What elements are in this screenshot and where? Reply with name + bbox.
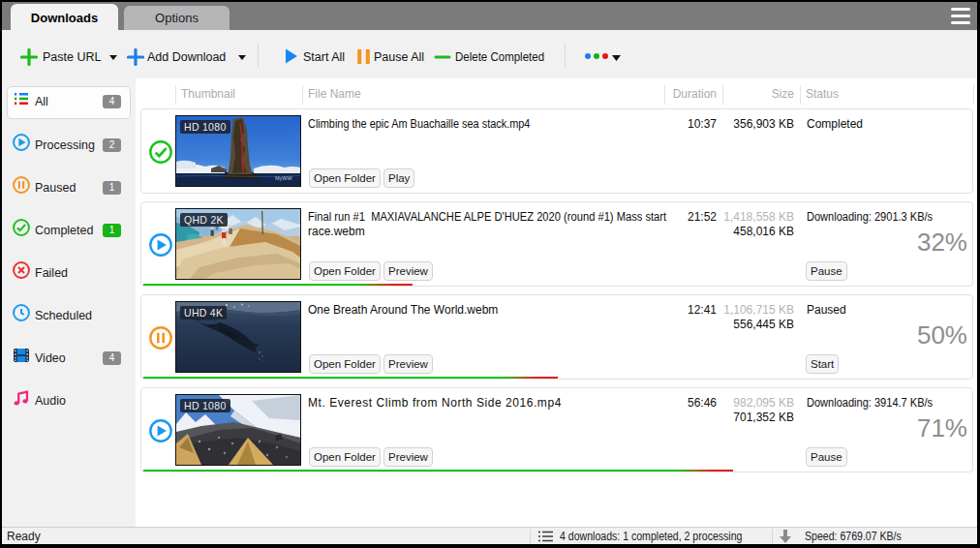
svg-text:MyWW: MyWW — [275, 175, 293, 181]
